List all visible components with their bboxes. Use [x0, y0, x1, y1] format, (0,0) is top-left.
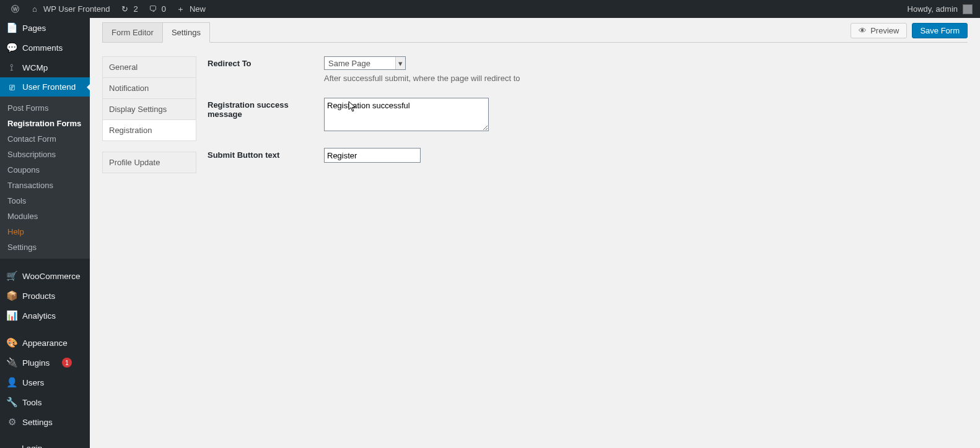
success-message-textarea[interactable] [324, 98, 489, 131]
menu-woocommerce[interactable]: 🛒WooCommerce [0, 266, 90, 286]
menu-label: Login Customizer [22, 444, 84, 448]
sub-contact-form[interactable]: Contact Form [0, 131, 90, 147]
admin-bar: ⓦ ⌂ WP User Frontend ↻ 2 🗨 0 ＋ New Howdy… [0, 0, 980, 18]
menu-plugins[interactable]: 🔌Plugins 1 [0, 353, 90, 373]
menu-label: Settings [22, 418, 53, 427]
tools-icon: 🔧 [6, 397, 17, 408]
updates-count: 2 [133, 4, 138, 14]
menu-settings[interactable]: ⚙Settings [0, 412, 90, 432]
menu-label: Appearance [22, 338, 68, 348]
analytics-icon: 📊 [6, 310, 17, 321]
sub-settings[interactable]: Settings [0, 239, 90, 255]
tab-form-editor[interactable]: Form Editor [102, 22, 163, 43]
redirect-help-text: After successfull submit, where the page… [324, 74, 520, 83]
menu-label: Plugins [22, 358, 50, 368]
save-label: Save Form [920, 26, 960, 35]
users-icon: 👤 [6, 377, 17, 388]
wordpress-icon: ⓦ [10, 4, 20, 15]
menu-label: Analytics [22, 311, 56, 321]
user-frontend-icon: ⎚ [6, 82, 17, 92]
comments-count: 0 [162, 4, 166, 14]
redirect-to-label: Redirect To [208, 56, 324, 68]
woocommerce-icon: 🛒 [6, 270, 17, 282]
chevron-down-icon: ▾ [395, 57, 405, 69]
menu-label: WooCommerce [22, 272, 81, 281]
submenu-user-frontend: Post Forms Registration Forms Contact Fo… [0, 97, 90, 259]
sub-tools[interactable]: Tools [0, 193, 90, 209]
sub-registration-forms[interactable]: Registration Forms [0, 116, 90, 131]
sub-post-forms[interactable]: Post Forms [0, 100, 90, 116]
updates-link[interactable]: ↻ 2 [115, 0, 142, 18]
plus-icon: ＋ [176, 4, 186, 15]
vtab-general[interactable]: General [102, 56, 196, 78]
menu-appearance[interactable]: 🎨Appearance [0, 333, 90, 353]
menu-user-frontend[interactable]: ⎚User Frontend [0, 77, 90, 97]
menu-label: WCMp [22, 63, 48, 72]
plugins-badge: 1 [62, 358, 72, 368]
wp-logo[interactable]: ⓦ [5, 0, 25, 18]
site-name: WP User Frontend [43, 4, 110, 14]
submit-button-text-input[interactable] [324, 148, 421, 163]
comment-icon: 🗨 [148, 4, 158, 14]
sub-subscriptions[interactable]: Subscriptions [0, 147, 90, 162]
wcmp-icon: ⟟ [6, 62, 17, 73]
eye-icon: 👁 [859, 26, 867, 35]
refresh-icon: ↻ [120, 4, 129, 14]
menu-users[interactable]: 👤Users [0, 373, 90, 392]
avatar [963, 4, 973, 14]
vtab-registration[interactable]: Registration [102, 119, 196, 141]
comments-icon: 💬 [6, 42, 17, 53]
admin-menu: 📄Pages 💬Comments ⟟WCMp ⎚User Frontend Po… [0, 18, 90, 448]
redirect-to-select[interactable]: Same Page ▾ [324, 56, 406, 70]
home-icon: ⌂ [30, 4, 40, 14]
preview-button[interactable]: 👁 Preview [851, 23, 907, 38]
new-link[interactable]: ＋ New [171, 0, 211, 18]
comments-link[interactable]: 🗨 0 [143, 0, 171, 18]
pages-icon: 📄 [6, 22, 17, 33]
menu-wcmp[interactable]: ⟟WCMp [0, 58, 90, 77]
vtab-display-settings[interactable]: Display Settings [102, 98, 196, 120]
howdy-text: Howdy, admin [908, 4, 958, 14]
sub-modules[interactable]: Modules [0, 209, 90, 224]
menu-label: Users [22, 378, 44, 387]
menu-tools[interactable]: 🔧Tools [0, 392, 90, 412]
tab-settings[interactable]: Settings [162, 22, 210, 43]
vtab-profile-update[interactable]: Profile Update [102, 152, 196, 173]
sub-coupons[interactable]: Coupons [0, 162, 90, 178]
settings-icon: ⚙ [6, 416, 17, 428]
plugins-icon: 🔌 [6, 357, 17, 368]
account-link[interactable]: Howdy, admin [908, 4, 975, 14]
save-form-button[interactable]: Save Form [912, 23, 968, 38]
menu-products[interactable]: 📦Products [0, 286, 90, 306]
redirect-to-value: Same Page [328, 59, 370, 68]
menu-label: Comments [22, 43, 63, 53]
menu-analytics[interactable]: 📊Analytics [0, 306, 90, 325]
sub-transactions[interactable]: Transactions [0, 178, 90, 193]
menu-pages[interactable]: 📄Pages [0, 18, 90, 38]
new-label: New [190, 4, 206, 14]
sub-help[interactable]: Help [0, 224, 90, 239]
menu-login-customizer[interactable]: ⬌Login Customizer [0, 439, 90, 448]
menu-label: Pages [22, 24, 46, 33]
tab-bar: Form Editor Settings 👁 Preview Save Form [102, 22, 968, 43]
submit-button-text-label: Submit Button text [208, 148, 324, 160]
menu-comments[interactable]: 💬Comments [0, 38, 90, 58]
products-icon: 📦 [6, 290, 17, 301]
success-message-label: Registration success message [208, 98, 324, 119]
vtab-notification[interactable]: Notification [102, 77, 196, 99]
content-area: Form Editor Settings 👁 Preview Save Form… [90, 18, 980, 448]
menu-label: Products [22, 291, 55, 301]
menu-label: Tools [22, 398, 42, 407]
settings-vertical-tabs: General Notification Display Settings Re… [102, 56, 196, 178]
settings-form: Redirect To Same Page ▾ After successful… [208, 56, 968, 178]
menu-label: User Frontend [22, 82, 76, 92]
appearance-icon: 🎨 [6, 337, 17, 348]
preview-label: Preview [870, 26, 899, 35]
site-link[interactable]: ⌂ WP User Frontend [25, 0, 115, 18]
